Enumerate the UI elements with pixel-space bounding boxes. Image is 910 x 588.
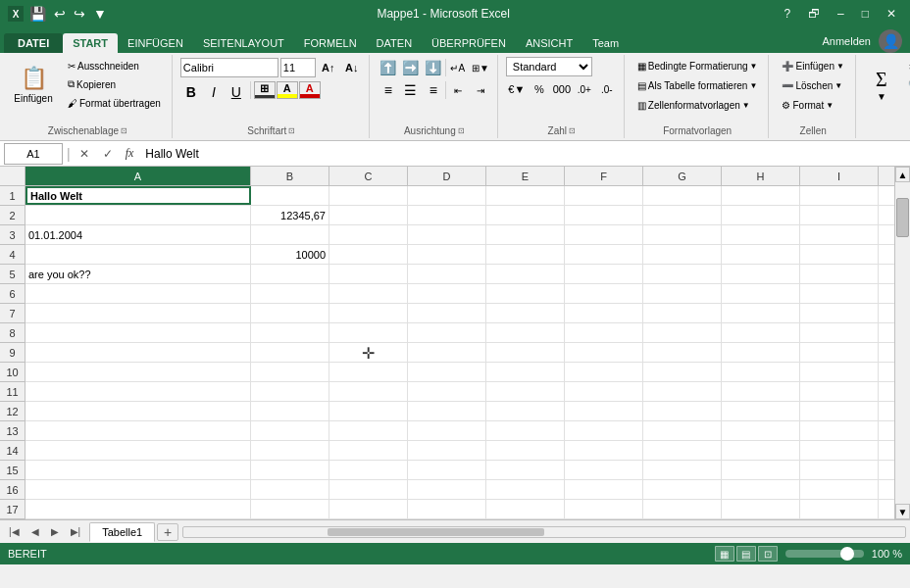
cell-reference-box[interactable] <box>4 143 63 165</box>
cell-D1[interactable] <box>408 186 486 205</box>
sheet-last-button[interactable]: ▶| <box>66 523 86 540</box>
cell-H2[interactable] <box>722 206 800 224</box>
cell-A9[interactable] <box>25 343 251 362</box>
font-family-select[interactable] <box>180 58 278 77</box>
cell-I3[interactable] <box>800 225 879 244</box>
tab-formeln[interactable]: FORMELN <box>294 33 367 53</box>
cell-G4[interactable] <box>643 245 722 264</box>
col-header-B[interactable]: B <box>251 167 329 185</box>
clipboard-expand-icon[interactable]: ⊡ <box>121 126 127 135</box>
scroll-down-button[interactable]: ▼ <box>895 504 910 519</box>
merge-cells-button[interactable]: ⊞▼ <box>470 57 491 78</box>
border-button[interactable]: ⊞ <box>254 81 276 99</box>
cell-E3[interactable] <box>486 225 565 244</box>
row-header-16[interactable]: 16 <box>0 480 25 500</box>
scroll-up-button[interactable]: ▲ <box>895 167 910 182</box>
align-top-button[interactable]: ⬆️ <box>378 57 399 78</box>
scroll-thumb-horizontal[interactable] <box>328 528 544 536</box>
tab-seitenlayout[interactable]: SEITENLAYOUT <box>193 33 294 53</box>
sign-in-button[interactable]: Anmelden <box>822 35 871 47</box>
align-middle-button[interactable]: ➡️ <box>400 57 422 78</box>
format-cells-button[interactable]: ⚙ Format ▼ <box>777 96 838 114</box>
cell-A12[interactable] <box>25 402 251 420</box>
tab-start[interactable]: START <box>63 33 118 53</box>
conditional-format-button[interactable]: ▦ Bedingte Formatierung ▼ <box>632 57 763 74</box>
tab-ansicht[interactable]: ANSICHT <box>516 33 582 53</box>
cell-F2[interactable] <box>565 206 643 224</box>
cell-A17[interactable] <box>25 500 251 518</box>
redo-button[interactable]: ↪ <box>72 6 87 22</box>
col-header-E[interactable]: E <box>486 167 565 185</box>
vertical-scrollbar[interactable]: ▲ ▼ <box>894 167 910 519</box>
number-expand-icon[interactable]: ⊡ <box>569 126 576 135</box>
zoom-slider[interactable] <box>785 550 864 558</box>
cell-H5[interactable] <box>722 265 800 283</box>
cell-A13[interactable] <box>25 421 251 440</box>
alignment-expand-icon[interactable]: ⊡ <box>458 126 465 135</box>
row-header-10[interactable]: 10 <box>0 363 25 382</box>
page-layout-button[interactable]: ▤ <box>736 546 756 562</box>
italic-button[interactable]: I <box>203 81 225 103</box>
cancel-formula-button[interactable]: ✕ <box>75 144 94 164</box>
cell-E4[interactable] <box>486 245 565 264</box>
cell-A5[interactable]: are you ok?? <box>25 265 251 283</box>
fill-color-button[interactable]: A <box>277 81 298 99</box>
page-break-button[interactable]: ⊡ <box>758 546 778 562</box>
cell-A8[interactable] <box>25 323 251 342</box>
cell-D3[interactable] <box>408 225 486 244</box>
cell-G5[interactable] <box>643 265 722 283</box>
row-header-14[interactable]: 14 <box>0 441 25 461</box>
copy-button[interactable]: ⧉ Kopieren <box>63 75 166 93</box>
row-header-11[interactable]: 11 <box>0 382 25 402</box>
find-select-button[interactable]: 🔍 Suchen und Auswählen ▼ <box>903 75 910 93</box>
font-expand-icon[interactable]: ⊡ <box>288 126 295 135</box>
cell-H4[interactable] <box>722 245 800 264</box>
restore-button[interactable]: 🗗 <box>802 5 826 23</box>
cell-C3[interactable] <box>329 225 408 244</box>
row-header-15[interactable]: 15 <box>0 461 25 480</box>
formula-input[interactable] <box>141 145 906 163</box>
cell-A7[interactable] <box>25 304 251 322</box>
row-header-17[interactable]: 17 <box>0 500 25 519</box>
undo-button[interactable]: ↩ <box>52 6 68 22</box>
cell-C1[interactable] <box>329 186 408 205</box>
increase-font-button[interactable]: A↑ <box>318 57 339 78</box>
format-painter-button[interactable]: 🖌 Format übertragen <box>63 94 166 112</box>
cell-E5[interactable] <box>486 265 565 283</box>
tab-uberpruefen[interactable]: ÜBERPRÜFEN <box>422 33 516 53</box>
sheet-tab-tabelle1[interactable]: Tabelle1 <box>89 522 155 542</box>
col-header-A[interactable]: A <box>25 167 251 185</box>
normal-view-button[interactable]: ▦ <box>715 546 734 562</box>
underline-button[interactable]: U <box>226 81 247 103</box>
cell-A14[interactable] <box>25 441 251 460</box>
cell-A6[interactable] <box>25 284 251 303</box>
cut-button[interactable]: ✂ Ausschneiden <box>63 57 166 74</box>
cell-I1[interactable] <box>800 186 879 205</box>
cell-A1[interactable]: Hallo Welt <box>25 186 251 205</box>
cell-G2[interactable] <box>643 206 722 224</box>
font-color-button[interactable]: A <box>299 81 321 99</box>
sheet-prev-button[interactable]: ◀ <box>26 523 44 540</box>
align-left-button[interactable]: ≡ <box>378 79 399 101</box>
cell-F5[interactable] <box>565 265 643 283</box>
cell-A16[interactable] <box>25 480 251 499</box>
bold-button[interactable]: B <box>180 81 202 103</box>
row-header-13[interactable]: 13 <box>0 421 25 441</box>
row-header-6[interactable]: 6 <box>0 284 25 304</box>
cell-D2[interactable] <box>408 206 486 224</box>
cell-F3[interactable] <box>565 225 643 244</box>
cell-H1[interactable] <box>722 186 800 205</box>
cell-styles-button[interactable]: ▥ Zellenformatvorlagen ▼ <box>632 96 755 114</box>
increase-indent-button[interactable]: ⇥ <box>470 79 491 101</box>
tab-team[interactable]: Team <box>582 33 629 53</box>
fx-button[interactable]: fx <box>122 146 138 161</box>
row-header-9[interactable]: 9 <box>0 343 25 363</box>
row-header-1[interactable]: 1 <box>0 186 25 206</box>
cell-B3[interactable] <box>251 225 329 244</box>
increase-decimal-button[interactable]: .0+ <box>574 78 595 100</box>
cell-G3[interactable] <box>643 225 722 244</box>
cell-A15[interactable] <box>25 461 251 479</box>
col-header-D[interactable]: D <box>408 167 486 185</box>
tab-daten[interactable]: DATEN <box>367 33 422 53</box>
align-bottom-button[interactable]: ⬇️ <box>423 57 444 78</box>
